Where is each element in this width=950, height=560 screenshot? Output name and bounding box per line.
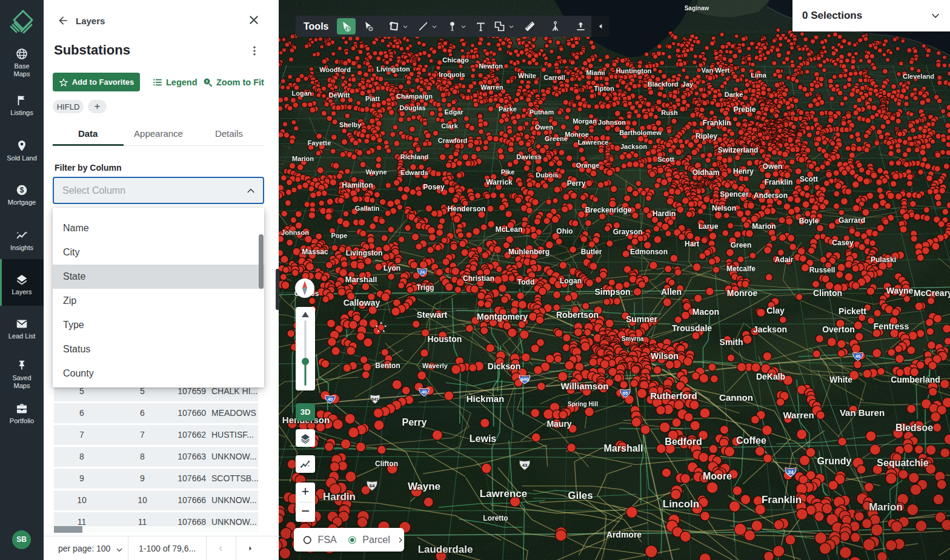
svg-text:$: $ <box>20 186 24 194</box>
svg-text:$: $ <box>347 26 349 31</box>
